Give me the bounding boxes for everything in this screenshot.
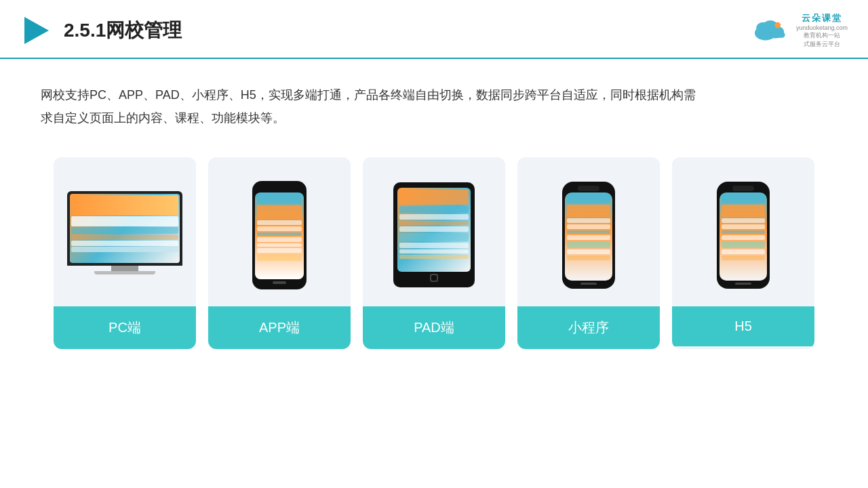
logo-arrow-icon (20, 14, 53, 47)
svg-marker-0 (24, 17, 49, 44)
card-pad-image (363, 157, 505, 306)
phone-notch-mockup-h5 (717, 182, 770, 289)
phone-notch-mockup-mini (562, 182, 615, 289)
card-pc-image (54, 157, 196, 306)
brand-logo-icon (750, 18, 791, 43)
card-app-image (208, 157, 351, 306)
page-title: 2.5.1网校管理 (64, 18, 182, 43)
card-mini: 小程序 (517, 157, 660, 349)
card-pad: PAD端 (363, 157, 505, 349)
tablet-mockup (393, 182, 475, 287)
card-mini-label: 小程序 (517, 306, 660, 349)
pc-mockup (67, 191, 182, 279)
phone-mockup-app (252, 181, 307, 289)
card-h5: H5 (672, 157, 814, 349)
card-pc-label: PC端 (54, 306, 196, 349)
description-text: 网校支持PC、APP、PAD、小程序、H5，实现多端打通，产品各终端自由切换，数… (0, 59, 746, 143)
card-app-label: APP端 (208, 306, 351, 349)
card-pc: PC端 (54, 157, 196, 349)
brand-name: 云朵课堂 (802, 12, 842, 24)
cards-section: PC端 APP端 (0, 144, 868, 369)
card-h5-image (672, 157, 814, 306)
card-pad-label: PAD端 (363, 306, 505, 349)
card-h5-label: H5 (672, 306, 814, 346)
brand-pinyin: yunduoketang.com (796, 24, 848, 31)
header: 2.5.1网校管理 云朵课堂 yunduoketang.com 教育机构一站式服… (0, 0, 868, 59)
brand-info: 云朵课堂 yunduoketang.com 教育机构一站式服务云平台 (796, 12, 848, 48)
header-left: 2.5.1网校管理 (20, 14, 182, 47)
header-right: 云朵课堂 yunduoketang.com 教育机构一站式服务云平台 (750, 12, 848, 48)
card-mini-image (517, 157, 660, 306)
svg-rect-5 (755, 32, 785, 38)
brand-slogan: 教育机构一站式服务云平台 (804, 31, 840, 48)
description-content: 网校支持PC、APP、PAD、小程序、H5，实现多端打通，产品各终端自由切换，数… (41, 88, 696, 125)
card-app: APP端 (208, 157, 351, 349)
